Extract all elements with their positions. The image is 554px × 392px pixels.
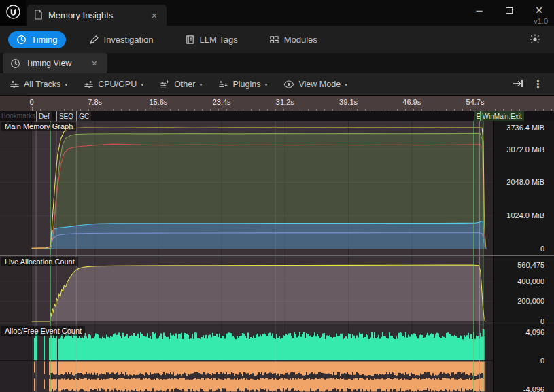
axis-label: 1024.0 MiB	[506, 211, 544, 219]
view-tab-label: Timing View	[26, 58, 84, 68]
axis-label: 3736.4 MiB	[506, 124, 544, 132]
toolbar-tab-label: Timing	[31, 35, 58, 45]
dropdown-all-tracks[interactable]: All Tracks▾	[4, 76, 73, 92]
toolbar-tab-label: Modules	[284, 35, 317, 45]
minimize-button[interactable]: ─	[464, 0, 494, 20]
chevron-down-icon: ▾	[199, 82, 202, 88]
memory-insights-window: Memory Insights × ─ × v1.0 TimingInvesti…	[0, 0, 554, 392]
axis-label: 4,096	[525, 328, 544, 336]
dropdown-label: Plugins	[232, 79, 260, 89]
doc-tab-close-icon[interactable]: ×	[149, 11, 160, 20]
axis-label: 560,475	[517, 261, 544, 269]
toolbar-tab-llm-tags[interactable]: LLM Tags	[177, 31, 246, 48]
dropdown-view-mode[interactable]: View Mode▾	[278, 76, 353, 92]
track-header-alloc-free-event-count[interactable]: Alloc/Free Event Count	[1, 326, 85, 336]
chevron-down-icon: ▾	[345, 82, 347, 88]
track-header-live-allocation-count[interactable]: Live Allocation Count	[1, 257, 78, 266]
axis-label: 2048.0 MiB	[506, 178, 544, 186]
eye-icon	[283, 80, 294, 88]
version-label: v1.0	[534, 17, 548, 25]
doc-tab-memory-insights[interactable]: Memory Insights ×	[27, 5, 167, 26]
dropdown-cpu-gpu[interactable]: CPU/GPU▾	[78, 76, 149, 92]
dropdown-plugins[interactable]: Plugins▾	[213, 76, 273, 92]
main-toolbar: TimingInvestigationLLM TagsModules	[0, 26, 554, 53]
chevron-down-icon: ▾	[141, 82, 143, 88]
bookmarks-lane-label: Bookmarks	[1, 112, 35, 120]
dropdown-label: CPU/GPU	[98, 79, 137, 89]
toolbar-tab-label: Investigation	[104, 35, 154, 45]
toolbar-tab-investigation[interactable]: Investigation	[81, 31, 162, 48]
doc-tab-title: Memory Insights	[48, 10, 142, 20]
clock-icon	[10, 58, 20, 69]
tracks-filter-icon	[10, 79, 20, 89]
axis-label: -4,096	[523, 385, 544, 392]
ruler-tick-label: 15.6s	[149, 98, 167, 106]
ruler-tick-label: 39.1s	[339, 98, 358, 106]
modules-icon	[269, 35, 279, 45]
timeline-marker-gc[interactable]: GC	[76, 111, 91, 121]
unreal-logo-button[interactable]	[0, 0, 26, 26]
chevron-down-icon: ▾	[65, 82, 67, 88]
toolbar-right	[530, 33, 546, 46]
ruler-tick-label: 31.2s	[276, 98, 294, 106]
llm-tags-icon	[185, 35, 195, 45]
debug-bug-icon[interactable]	[530, 33, 540, 46]
dropdown-other[interactable]: Other▾	[154, 76, 207, 92]
bookmarks-lane: Bookmarks DefSEQ_GCEWinMain.Exit	[0, 111, 554, 121]
other-filter-icon	[160, 79, 170, 89]
filterbar-right: ⋮	[513, 78, 550, 90]
axis-label: 400,000	[517, 277, 544, 285]
jump-to-end-icon[interactable]	[513, 79, 523, 90]
toolbar-tab-timing[interactable]: Timing	[8, 31, 66, 48]
toolbar-tab-modules[interactable]: Modules	[261, 31, 326, 48]
plugins-filter-icon	[218, 79, 228, 89]
maximize-icon	[506, 7, 513, 14]
ruler-tick-label: 23.4s	[213, 98, 231, 106]
series-live-allocation-count-fill	[32, 265, 487, 321]
kebab-menu-icon[interactable]: ⋮	[533, 78, 543, 90]
page-icon	[34, 10, 43, 22]
toolbar-tab-label: LLM Tags	[200, 35, 238, 45]
maximize-button[interactable]	[494, 0, 524, 20]
filter-toolbar: All Tracks▾CPU/GPU▾Other▾Plugins▾View Mo…	[0, 73, 554, 95]
series-alloc-events	[34, 329, 485, 361]
ruler-tick-label: 46.9s	[402, 98, 421, 106]
post-session-shade	[484, 121, 493, 392]
ruler-lead-shade	[0, 96, 30, 111]
timeline-marker-winmain-exit[interactable]: WinMain.Exit	[480, 111, 524, 121]
titlebar: Memory Insights × ─ × v1.0	[0, 0, 554, 26]
track-separator	[0, 255, 554, 256]
clock-icon	[16, 35, 27, 45]
unreal-logo-icon	[5, 4, 21, 22]
dropdown-label: View Mode	[298, 79, 341, 89]
track-header-main-memory-graph[interactable]: Main Memory Graph	[1, 122, 76, 131]
series-free-events-lower	[34, 378, 485, 391]
ruler-tick-label: 54.7s	[466, 98, 485, 106]
timeline-marker-def[interactable]: Def	[36, 111, 52, 121]
view-tab-bar: Timing View×	[0, 53, 554, 73]
dropdown-label: All Tracks	[24, 79, 60, 89]
value-axis-panel: 3736.4 MiB3072.0 MiB2048.0 MiB1024.0 MiB…	[493, 121, 554, 392]
series-allocated-band-fill	[32, 221, 487, 249]
chevron-down-icon: ▾	[264, 82, 267, 88]
dropdown-label: Other	[174, 79, 195, 89]
axis-label: 0	[540, 245, 544, 253]
ruler-tick-label: 7.8s	[88, 98, 102, 106]
cpu-gpu-filter-icon	[84, 79, 94, 89]
view-tab-timing-view[interactable]: Timing View×	[3, 53, 107, 73]
axis-label: 0	[540, 357, 544, 365]
axis-label: 3072.0 MiB	[506, 145, 544, 154]
investigation-icon	[89, 35, 99, 45]
ruler-tick-label: 0	[29, 98, 33, 106]
timing-graph-area[interactable]: 3736.4 MiB3072.0 MiB2048.0 MiB1024.0 MiB…	[0, 121, 554, 392]
track-separator	[0, 325, 554, 325]
view-tab-close-icon[interactable]: ×	[89, 58, 100, 68]
time-ruler[interactable]: 07.8s15.6s23.4s31.2s39.1s46.9s54.7s	[0, 95, 554, 111]
axis-label: 200,000	[517, 297, 544, 305]
